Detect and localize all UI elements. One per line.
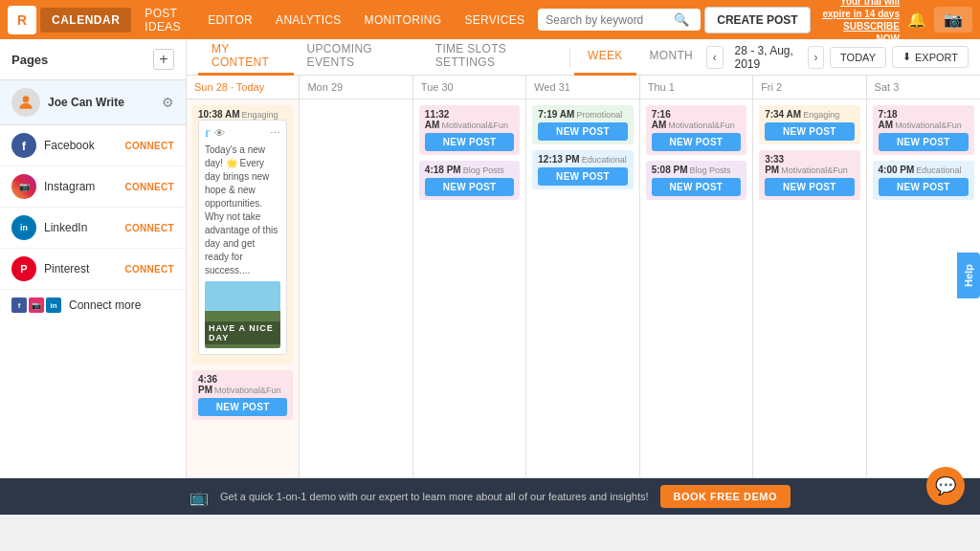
- sidebar: Pages + Joe Can Write ⚙ f Facebook CONNE…: [0, 39, 187, 478]
- slot-sat-1: 7:18 AMMotivational&Fun NEW POST: [873, 105, 974, 155]
- app-logo[interactable]: R: [8, 6, 36, 34]
- pinterest-connect-button[interactable]: CONNECT: [124, 264, 174, 275]
- day-cell-sun: 10:38 AMEngaging 𝕣 👁 ⋯ Today's a new day…: [187, 99, 300, 478]
- slot-wed-2: 12:13 PMEducational NEW POST: [532, 150, 633, 189]
- slot-fri-1: 7:34 AMEngaging NEW POST: [759, 105, 859, 144]
- calendar-grid: Sun 28 · Today Mon 29 Tue 30 Wed 31 Thu …: [187, 76, 980, 478]
- help-button[interactable]: Help: [957, 253, 980, 298]
- calendar-nav: ‹ 28 - 3, Aug, 2019 › TODAY ⬇ EXPORT: [706, 44, 969, 71]
- sidebar-header: Pages +: [0, 39, 186, 80]
- sidebar-item-instagram[interactable]: 📷 Instagram CONNECT: [0, 166, 186, 208]
- bottom-bar: 📺 Get a quick 1-on-1 demo with our exper…: [0, 478, 980, 515]
- slot-tue-2: 4:18 PMBlog Posts NEW POST: [419, 161, 520, 200]
- day-cell-wed: 7:19 AMPromotional NEW POST 12:13 PMEduc…: [526, 99, 639, 478]
- add-page-button[interactable]: +: [153, 49, 174, 70]
- next-week-button[interactable]: ›: [808, 46, 824, 69]
- user-row: Joe Can Write ⚙: [0, 80, 186, 125]
- pinterest-label: Pinterest: [44, 262, 117, 276]
- day-header-sun: Sun 28 · Today: [187, 76, 300, 99]
- sidebar-item-facebook[interactable]: f Facebook CONNECT: [0, 125, 186, 166]
- new-post-button-sat-2[interactable]: NEW POST: [879, 178, 969, 196]
- prev-week-button[interactable]: ‹: [706, 46, 723, 69]
- post-menu-icon[interactable]: ⋯: [270, 127, 280, 140]
- slot-sun-1: 10:38 AMEngaging 𝕣 👁 ⋯ Today's a new day…: [192, 105, 293, 364]
- new-post-button-tue-2[interactable]: NEW POST: [425, 178, 514, 196]
- book-demo-button[interactable]: BOOK FREE DEMO: [660, 485, 791, 508]
- new-post-button-wed-1[interactable]: NEW POST: [538, 122, 627, 141]
- instagram-label: Instagram: [44, 180, 117, 193]
- post-text: Today's a new day! 🌟 Every day brings ne…: [205, 143, 280, 277]
- day-header-thu: Thu 1: [640, 76, 753, 99]
- day-headers: Sun 28 · Today Mon 29 Tue 30 Wed 31 Thu …: [187, 76, 980, 99]
- demo-text: Get a quick 1-on-1 demo with our expert …: [220, 491, 649, 502]
- create-post-button[interactable]: CREATE POST: [704, 7, 810, 33]
- connect-more-icons: f 📷 in: [11, 298, 61, 313]
- fb-mini-icon: f: [11, 298, 27, 313]
- sub-nav: MY CONTENT UPCOMING EVENTS TIME SLOTS SE…: [187, 39, 980, 76]
- ig-mini-icon: 📷: [29, 298, 44, 313]
- new-post-button-wed-2[interactable]: NEW POST: [538, 167, 627, 186]
- day-cell-fri: 7:34 AMEngaging NEW POST 3:33 PMMotivati…: [753, 99, 866, 478]
- day-cell-mon: [300, 99, 412, 478]
- bell-icon[interactable]: 🔔: [903, 11, 930, 29]
- today-button[interactable]: TODAY: [830, 47, 886, 68]
- slot-thu-1: 7:16 AMMotivational&Fun NEW POST: [646, 105, 746, 155]
- chat-button[interactable]: 💬: [926, 467, 965, 505]
- slot-wed-1: 7:19 AMPromotional NEW POST: [532, 105, 633, 144]
- nav-calendar[interactable]: CALENDAR: [40, 8, 131, 33]
- day-cells: 10:38 AMEngaging 𝕣 👁 ⋯ Today's a new day…: [187, 99, 980, 478]
- day-header-wed: Wed 31: [526, 76, 639, 99]
- facebook-connect-button[interactable]: CONNECT: [124, 141, 174, 151]
- new-post-button-sat-1[interactable]: NEW POST: [879, 133, 969, 151]
- tab-my-content[interactable]: MY CONTENT: [198, 39, 294, 76]
- day-cell-thu: 7:16 AMMotivational&Fun NEW POST 5:08 PM…: [640, 99, 753, 478]
- slot-sun-2: 4:36 PMMotivational&Fun NEW POST: [192, 370, 293, 420]
- new-post-button-fri-1[interactable]: NEW POST: [765, 122, 854, 141]
- sidebar-item-pinterest[interactable]: P Pinterest CONNECT: [0, 249, 186, 290]
- instagram-icon: 📷: [11, 174, 36, 199]
- new-post-button-sun-2[interactable]: NEW POST: [198, 398, 287, 416]
- nav-monitoring[interactable]: MONITORING: [355, 8, 452, 33]
- slot-fri-2: 3:33 PMMotivational&Fun NEW POST: [759, 150, 859, 200]
- instagram-connect-button[interactable]: CONNECT: [124, 182, 174, 192]
- slot-tue-1: 11:32 AMMotivational&Fun NEW POST: [419, 105, 520, 155]
- search-icon: 🔍: [674, 12, 689, 27]
- tab-week[interactable]: WEEK: [574, 39, 636, 76]
- linkedin-connect-button[interactable]: CONNECT: [124, 223, 174, 233]
- facebook-icon: f: [11, 133, 36, 158]
- nav-analytics[interactable]: ANALYTICS: [266, 8, 351, 33]
- new-post-button-fri-2[interactable]: NEW POST: [765, 178, 854, 196]
- search-bar: 🔍: [538, 9, 701, 31]
- top-nav: R CALENDAR POST IDEAS EDITOR ANALYTICS M…: [0, 0, 980, 39]
- new-post-button-thu-1[interactable]: NEW POST: [652, 133, 741, 151]
- search-input[interactable]: [546, 13, 670, 27]
- connect-more-row[interactable]: f 📷 in Connect more: [0, 290, 186, 320]
- li-mini-icon: in: [46, 298, 61, 313]
- day-header-fri: Fri 2: [753, 76, 866, 99]
- post-card-sun[interactable]: 𝕣 👁 ⋯ Today's a new day! 🌟 Every day bri…: [198, 120, 287, 355]
- connect-more-label[interactable]: Connect more: [69, 298, 174, 312]
- nav-editor[interactable]: EDITOR: [198, 8, 262, 33]
- pinterest-icon: P: [11, 256, 36, 281]
- avatar: [11, 88, 40, 117]
- tab-month[interactable]: MONTH: [636, 39, 707, 76]
- day-header-tue: Tue 30: [413, 76, 526, 99]
- svg-point-0: [23, 96, 30, 102]
- tab-upcoming-events[interactable]: UPCOMING EVENTS: [294, 39, 422, 76]
- gear-icon[interactable]: ⚙: [162, 95, 174, 110]
- nav-services[interactable]: SERVICES: [455, 8, 534, 33]
- download-icon: ⬇: [902, 51, 911, 63]
- day-cell-tue: 11:32 AMMotivational&Fun NEW POST 4:18 P…: [413, 99, 526, 478]
- day-header-mon: Mon 29: [300, 76, 412, 99]
- tab-divider: [569, 48, 570, 67]
- new-post-button-thu-2[interactable]: NEW POST: [652, 178, 741, 196]
- tab-time-slots-settings[interactable]: TIME SLOTS SETTINGS: [422, 39, 566, 76]
- new-post-button-tue-1[interactable]: NEW POST: [425, 133, 514, 151]
- eye-icon: 👁: [214, 127, 225, 139]
- twitter-icon: 𝕣: [205, 126, 211, 140]
- export-button[interactable]: ⬇ EXPORT: [892, 46, 969, 68]
- nav-post-ideas[interactable]: POST IDEAS: [135, 1, 194, 39]
- content-area: MY CONTENT UPCOMING EVENTS TIME SLOTS SE…: [187, 39, 980, 478]
- camera-icon[interactable]: 📷: [940, 11, 967, 28]
- sidebar-item-linkedin[interactable]: in LinkedIn CONNECT: [0, 208, 186, 249]
